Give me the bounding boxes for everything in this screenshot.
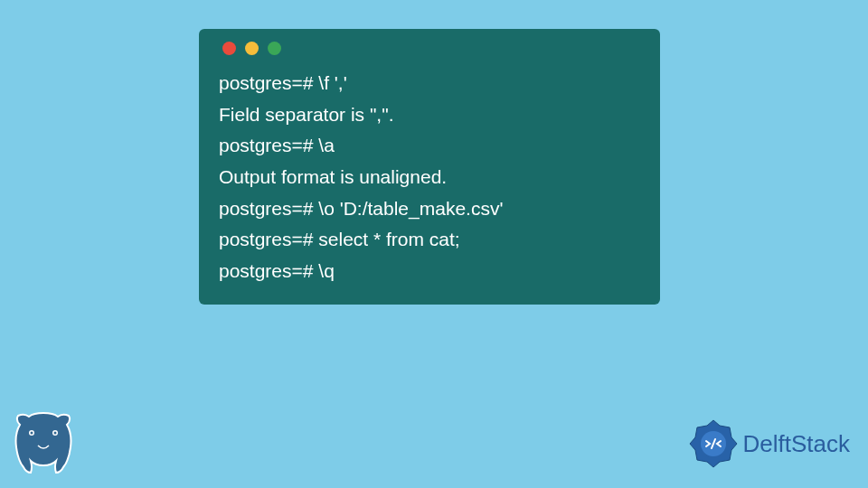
close-icon [222, 42, 236, 55]
terminal-line: postgres=# \o 'D:/table_make.csv' [219, 193, 640, 225]
delftstack-branding: DelftStack [687, 418, 851, 470]
delftstack-name: DelftStack [743, 430, 851, 458]
terminal-line: postgres=# select * from cat; [219, 224, 640, 256]
terminal-line: postgres=# \q [219, 256, 640, 287]
minimize-icon [245, 42, 259, 55]
svg-point-2 [31, 432, 33, 435]
terminal-line: postgres=# \a [219, 130, 640, 162]
maximize-icon [268, 42, 281, 55]
svg-point-3 [54, 432, 57, 435]
window-controls [222, 42, 640, 55]
terminal-line: postgres=# \f ',' [219, 68, 640, 99]
postgresql-logo-icon [11, 411, 76, 479]
terminal-line: Field separator is ",". [219, 99, 640, 131]
terminal-line: Output format is unaligned. [219, 162, 640, 193]
terminal-window: postgres=# \f ',' Field separator is ","… [199, 29, 660, 305]
delftstack-logo-icon [687, 418, 740, 470]
